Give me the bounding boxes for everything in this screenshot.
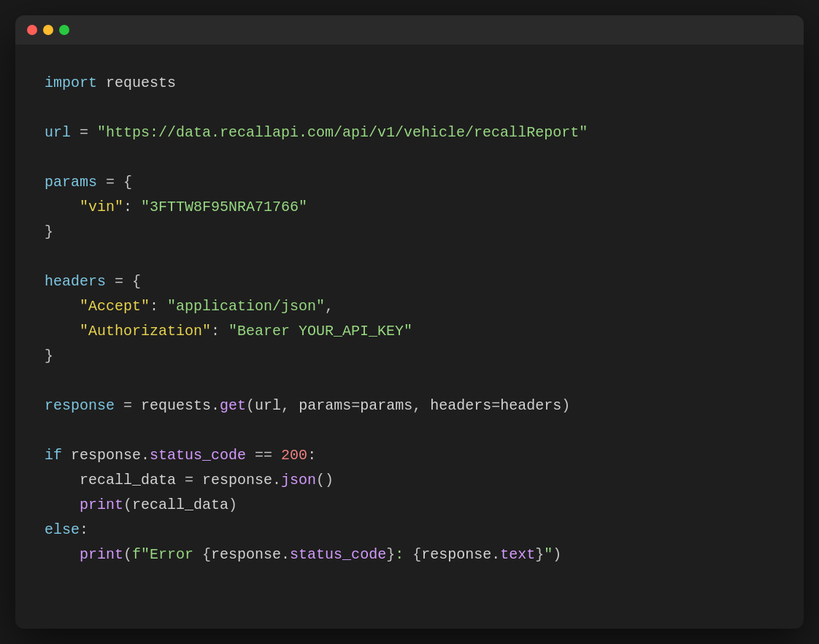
line-response: response = requests.get(url, params=para… — [45, 394, 774, 418]
blank-line-1 — [45, 96, 774, 120]
blank-line-4 — [45, 369, 774, 394]
blank-line-3 — [45, 245, 774, 269]
line-headers-open: headers = { — [45, 269, 774, 294]
line-headers-close: } — [45, 344, 774, 369]
line-params-vin: "vin": "3FTTW8F95NRA71766" — [45, 195, 774, 220]
line-print-error: print(f"Error {response.status_code}: {r… — [45, 543, 774, 567]
line-url: url = "https://data.recallapi.com/api/v1… — [45, 120, 774, 145]
blank-line-2 — [45, 145, 774, 170]
line-if: if response.status_code == 200: — [45, 443, 774, 468]
code-window: import requests url = "https://data.reca… — [15, 15, 804, 629]
line-headers-accept: "Accept": "application/json", — [45, 294, 774, 319]
code-block: import requests url = "https://data.reca… — [15, 45, 804, 594]
line-params-close: } — [45, 220, 774, 245]
maximize-button[interactable] — [59, 25, 69, 35]
line-recall-data: recall_data = response.json() — [45, 468, 774, 493]
line-headers-auth: "Authorization": "Bearer YOUR_API_KEY" — [45, 319, 774, 344]
line-else: else: — [45, 518, 774, 543]
line-import: import requests — [45, 71, 774, 96]
line-params-open: params = { — [45, 170, 774, 195]
minimize-button[interactable] — [43, 25, 53, 35]
titlebar — [15, 15, 804, 45]
line-print-recall: print(recall_data) — [45, 493, 774, 518]
blank-line-5 — [45, 418, 774, 443]
close-button[interactable] — [27, 25, 37, 35]
